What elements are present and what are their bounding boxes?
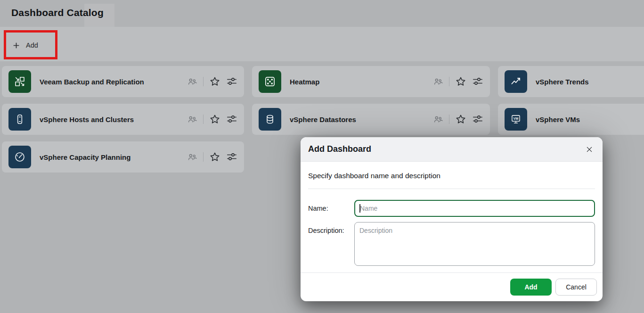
card-actions	[432, 76, 483, 87]
description-field-row: Description:	[308, 222, 595, 268]
share-users-icon[interactable]	[187, 76, 197, 87]
description-input[interactable]	[354, 222, 595, 266]
backup-restore-icon	[8, 70, 31, 93]
configure-sliders-icon[interactable]	[472, 76, 483, 87]
modal-title: Add Dashboard	[308, 144, 584, 154]
card-actions	[432, 114, 483, 125]
name-field-row: Name:	[308, 200, 595, 217]
actions-divider	[449, 77, 449, 86]
dashboard-card-vsphere-capacity[interactable]: vSphere Capacity Planning	[2, 141, 244, 173]
add-dashboard-button[interactable]: Add	[8, 36, 43, 55]
dashboard-card-vsphere-vms[interactable]: VM vSphere VMs	[498, 104, 644, 135]
plus-icon	[12, 41, 20, 49]
svg-text:VM: VM	[514, 117, 519, 120]
dashboard-card-vsphere-hosts[interactable]: vSphere Hosts and Clusters	[2, 104, 244, 135]
dashboard-card-vsphere-trends[interactable]: vSphere Trends	[498, 66, 644, 97]
modal-header: Add Dashboard	[301, 137, 603, 162]
favorite-star-icon[interactable]	[209, 151, 220, 163]
name-input[interactable]	[354, 200, 595, 217]
database-icon	[259, 108, 281, 131]
toolbar	[0, 27, 644, 61]
favorite-star-icon[interactable]	[455, 114, 466, 125]
host-server-icon	[8, 108, 31, 131]
page-title: Dashboard Catalog	[11, 7, 104, 18]
favorite-star-icon[interactable]	[209, 114, 220, 125]
description-label: Description:	[308, 222, 354, 268]
actions-divider	[203, 115, 204, 124]
vm-monitor-icon: VM	[505, 108, 527, 131]
share-users-icon[interactable]	[432, 114, 443, 125]
configure-sliders-icon[interactable]	[226, 114, 237, 125]
configure-sliders-icon[interactable]	[226, 151, 237, 163]
configure-sliders-icon[interactable]	[226, 76, 237, 87]
name-input-wrap	[354, 200, 595, 217]
favorite-star-icon[interactable]	[455, 76, 466, 87]
card-title: vSphere Trends	[536, 78, 644, 86]
configure-sliders-icon[interactable]	[472, 114, 483, 125]
description-input-wrap	[354, 222, 595, 268]
actions-divider	[449, 115, 449, 124]
card-title: Heatmap	[290, 78, 432, 86]
name-label: Name:	[308, 200, 354, 217]
card-title: vSphere VMs	[536, 115, 644, 124]
share-users-icon[interactable]	[187, 152, 197, 163]
modal-footer: Add Cancel	[301, 272, 603, 301]
modal-subtitle: Specify dashboard name and description	[308, 162, 595, 189]
add-dashboard-modal: Add Dashboard Specify dashboard name and…	[301, 137, 603, 301]
favorite-star-icon[interactable]	[209, 76, 220, 87]
modal-add-button[interactable]: Add	[510, 279, 552, 296]
gauge-icon	[8, 146, 31, 168]
card-title: vSphere Hosts and Clusters	[40, 115, 187, 124]
close-icon	[586, 146, 593, 153]
section-divider	[308, 189, 595, 189]
close-button[interactable]	[584, 144, 595, 155]
text-cursor	[359, 204, 360, 213]
actions-divider	[203, 77, 204, 86]
actions-divider	[203, 152, 204, 162]
heatmap-grid-icon	[259, 70, 281, 93]
card-title: vSphere Datastores	[290, 115, 432, 124]
share-users-icon[interactable]	[432, 76, 443, 87]
dashboard-card-veeam-backup[interactable]: Veeam Backup and Replication	[2, 66, 244, 97]
card-title: vSphere Capacity Planning	[40, 153, 187, 161]
modal-cancel-button[interactable]: Cancel	[555, 279, 597, 296]
card-actions	[187, 76, 237, 87]
card-actions	[187, 151, 237, 163]
dashboard-card-vsphere-datastores[interactable]: vSphere Datastores	[252, 104, 490, 135]
add-button-label: Add	[26, 41, 38, 49]
share-users-icon[interactable]	[187, 114, 197, 125]
card-actions	[187, 114, 237, 125]
trend-arrow-icon	[505, 70, 527, 93]
modal-body: Specify dashboard name and description N…	[301, 162, 603, 272]
dashboard-card-heatmap[interactable]: Heatmap	[252, 66, 490, 97]
card-title: Veeam Backup and Replication	[40, 78, 187, 86]
